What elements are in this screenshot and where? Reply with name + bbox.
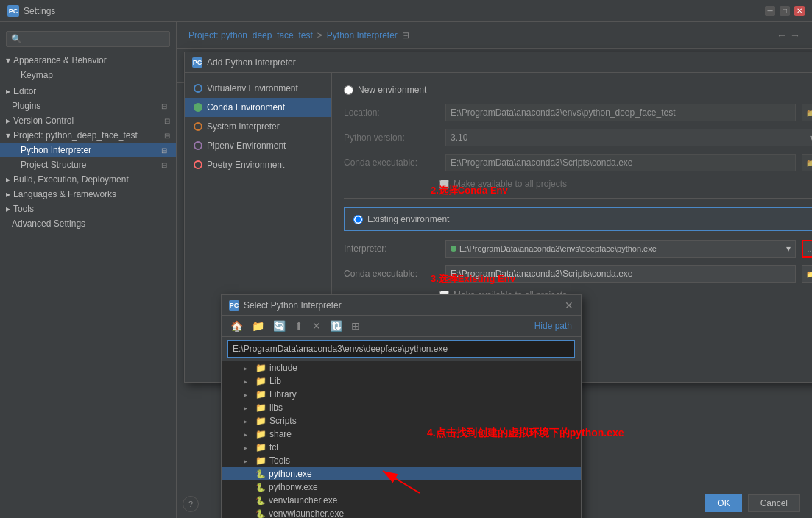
breadcrumb-current[interactable]: Python Interpreter: [327, 30, 398, 40]
tree-item-lib[interactable]: ▸ 📁 Lib: [222, 375, 581, 388]
folder-arrow-icon: ▸: [244, 444, 253, 452]
conda-exec-browse-button[interactable]: 📁: [802, 154, 812, 171]
help-button[interactable]: ?: [183, 496, 199, 512]
location-browse-button[interactable]: 📁: [802, 104, 812, 121]
tree-item-tcl[interactable]: ▸ 📁 tcl: [222, 441, 581, 454]
sidebar-item-label: Advanced Settings: [12, 219, 85, 229]
collapse-arrow: ▸: [6, 174, 10, 185]
annotation-python-exe: 4.点击找到创建的虚拟环境下的python.exe: [427, 427, 624, 440]
existing-conda-exec-browse-button[interactable]: 📁: [802, 265, 812, 283]
existing-env-radio-label: Existing environment: [367, 214, 449, 224]
tree-item-label: python.exe: [269, 469, 312, 479]
python-version-select[interactable]: 3.10 ▾: [445, 129, 812, 146]
sidebar-item-editor[interactable]: ▸ Editor: [0, 84, 176, 99]
breadcrumb-separator: >: [317, 30, 322, 40]
tree-item-scripts[interactable]: ▸ 📁 Scripts: [222, 414, 581, 427]
sidebar-item-tools[interactable]: ▸ Tools: [0, 202, 176, 216]
section-divider: [344, 198, 812, 199]
new-folder-button[interactable]: 📁: [249, 319, 267, 333]
nav-forward-button[interactable]: →: [790, 29, 800, 41]
sidebar-item-label: Version Control: [13, 116, 74, 126]
sidebar-item-languages[interactable]: ▸ Languages & Frameworks: [0, 187, 176, 202]
sidebar-item-label: Languages & Frameworks: [13, 189, 116, 199]
annotation-existing: 3.选择Existing Env: [431, 272, 515, 285]
tree-item-label: Library: [269, 389, 297, 400]
location-input[interactable]: [445, 104, 796, 121]
conda-exec-input[interactable]: [445, 154, 796, 171]
tree-item-python-exe[interactable]: 🐍 python.exe: [222, 467, 581, 480]
existing-interpreter-browse-button[interactable]: …: [802, 240, 812, 258]
existing-env-radio[interactable]: [353, 215, 363, 224]
select-interpreter-dialog: PC Select Python Interpreter ✕ 🏠 📁 🔄 ⬆ ✕…: [221, 294, 582, 518]
sidebar-item-version-control[interactable]: ▸ Version Control ⊟: [0, 113, 176, 128]
up-button[interactable]: ⬆: [292, 319, 306, 333]
sidebar-item-python-interpreter[interactable]: Python Interpreter ⊟: [0, 143, 176, 157]
existing-interpreter-value: E:\ProgramData\anaconda3\envs\deepface\p…: [459, 244, 657, 253]
dialog-virtualenv-item[interactable]: Virtualenv Environment: [185, 79, 331, 98]
tree-item-venvwlauncher-exe[interactable]: 🐍 venvwlauncher.exe: [222, 507, 581, 518]
hide-path-button[interactable]: Hide path: [532, 319, 575, 333]
sidebar-item-keymap[interactable]: Keymap: [0, 68, 176, 82]
main-dialog-footer: OK Cancel: [705, 494, 800, 512]
existing-green-dot: [451, 246, 456, 252]
dialog-pipenv-item[interactable]: Pipenv Environment: [185, 136, 331, 155]
file-path-input[interactable]: [227, 340, 575, 358]
cancel-button[interactable]: Cancel: [748, 494, 800, 512]
sidebar-item-build-exec[interactable]: ▸ Build, Execution, Deployment: [0, 172, 176, 187]
breadcrumb: Project: python_deep_face_test > Python …: [177, 22, 812, 49]
existing-interpreter-select[interactable]: E:\ProgramData\anaconda3\envs\deepface\p…: [445, 240, 796, 258]
refresh-button[interactable]: 🔄: [270, 319, 289, 333]
close-button[interactable]: ✕: [794, 6, 805, 16]
delete-button[interactable]: ✕: [309, 319, 324, 333]
collapse-arrow: ▸: [6, 189, 10, 199]
tree-item-label: include: [269, 363, 297, 373]
tree-item-library[interactable]: ▸ 📁 Library: [222, 388, 581, 401]
existing-env-section: Existing environment: [344, 207, 812, 231]
breadcrumb-project[interactable]: Project: python_deep_face_test: [188, 30, 313, 40]
dialog-title: Add Python Interpreter: [207, 57, 812, 68]
ok-button[interactable]: OK: [705, 494, 741, 512]
project-badge: ⊟: [164, 132, 170, 140]
tree-item-libs[interactable]: ▸ 📁 libs: [222, 401, 581, 414]
existing-env-radio-row: Existing environment: [353, 214, 810, 224]
folder-icon: 📁: [255, 455, 266, 466]
sidebar-item-label: Python Interpreter: [21, 145, 91, 155]
sidebar-item-project[interactable]: ▾ Project: python_deep_face_test ⊟: [0, 128, 176, 143]
sync-button[interactable]: 🔃: [327, 319, 345, 333]
folder-arrow-icon: ▸: [244, 364, 253, 372]
window-title: Settings: [24, 6, 765, 16]
sidebar-item-appearance-behavior[interactable]: ▾ Appearance & Behavior: [0, 53, 176, 68]
tree-item-pythonw-exe[interactable]: 🐍 pythonw.exe: [222, 480, 581, 494]
sidebar-item-label: Keymap: [21, 70, 53, 80]
sidebar-item-label: Project Structure: [21, 160, 86, 170]
pipenv-dot: [194, 141, 202, 150]
dialog-system-item[interactable]: System Interpreter: [185, 117, 331, 136]
collapse-arrow: ▸: [6, 86, 10, 96]
interpreter-badge: ⊟: [161, 146, 167, 155]
tree-item-label: Tools: [269, 455, 290, 466]
minimize-button[interactable]: ─: [765, 6, 775, 16]
tree-item-tools[interactable]: ▸ 📁 Tools: [222, 454, 581, 467]
tree-item-label: Scripts: [269, 416, 297, 426]
home-button[interactable]: 🏠: [227, 319, 246, 333]
sidebar-item-label: Tools: [13, 204, 34, 214]
expand-button[interactable]: ⊞: [348, 319, 363, 333]
file-dialog-close-button[interactable]: ✕: [565, 299, 573, 311]
new-env-radio[interactable]: [344, 85, 353, 95]
collapse-arrow: ▾: [6, 130, 10, 141]
nav-back-button[interactable]: ←: [777, 29, 787, 41]
tree-item-venvlauncher-exe[interactable]: 🐍 venvlauncher.exe: [222, 494, 581, 507]
sidebar-item-advanced[interactable]: Advanced Settings: [0, 216, 176, 231]
search-box[interactable]: [6, 31, 170, 47]
file-dialog-title-text: Select Python Interpreter: [244, 300, 565, 311]
dialog-conda-item[interactable]: Conda Environment: [185, 98, 331, 117]
window-controls: ─ □ ✕: [765, 6, 805, 16]
poetry-label: Poetry Environment: [207, 160, 284, 170]
maximize-button[interactable]: □: [780, 6, 790, 16]
search-input[interactable]: [6, 31, 170, 47]
sidebar-item-project-structure[interactable]: Project Structure ⊟: [0, 157, 176, 172]
sidebar-item-plugins[interactable]: Plugins ⊟: [0, 99, 176, 113]
dialog-poetry-item[interactable]: Poetry Environment: [185, 155, 331, 174]
new-env-radio-label: New environment: [358, 85, 426, 95]
tree-item-include[interactable]: ▸ 📁 include: [222, 361, 581, 375]
